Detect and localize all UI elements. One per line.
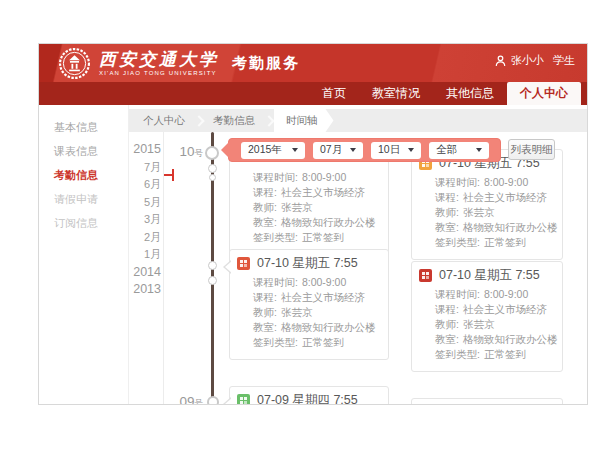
breadcrumb-timeline[interactable]: 时间轴	[274, 109, 334, 132]
tab-other-info[interactable]: 其他信息	[433, 82, 507, 105]
attendance-card: 07-10 星期五 7:55 课程时间:8:00-9:00 课程:社会主义市场经…	[229, 249, 389, 360]
timeline: 2015 7月 6月 5月 3月 2月 1月 2014 2013 10号 09号	[129, 132, 587, 405]
university-name-zh: 西安交通大学	[99, 51, 219, 68]
field-value: 格物致知行政办公楼	[281, 321, 376, 333]
field-value: 8:00-9:00	[484, 288, 528, 300]
field-value: 社会主义市场经济	[281, 186, 365, 198]
year-dropdown-value: 2015年	[248, 143, 282, 157]
app-header: 西安交通大学 XI'AN JIAO TONG UNIVERSITY 考勤服务 张…	[39, 44, 587, 82]
timeline-nav-2013[interactable]: 2013	[133, 281, 161, 299]
field-value: 格物致知行政办公楼	[281, 216, 376, 228]
tab-home[interactable]: 首页	[309, 82, 359, 105]
university-seal-logo	[58, 47, 91, 80]
timeline-node	[208, 261, 217, 270]
chevron-right-icon	[263, 115, 274, 126]
breadcrumb-personal-center[interactable]: 个人中心	[134, 109, 194, 132]
day-dropdown-value: 10日	[378, 143, 400, 157]
timeline-node	[207, 396, 219, 405]
timeline-node	[208, 164, 217, 173]
sidebar-item-basic-info[interactable]: 基本信息	[39, 115, 128, 139]
field-label: 教室:	[253, 216, 277, 228]
field-label: 课程时间:	[253, 276, 298, 288]
current-month-marker	[164, 174, 173, 176]
field-value: 8:00-9:00	[302, 276, 346, 288]
list-detail-button[interactable]: 列表明细	[508, 139, 555, 160]
timeline-nav-jun[interactable]: 6月	[144, 176, 161, 194]
field-label: 教师:	[435, 206, 459, 218]
user-role: 学生	[553, 53, 575, 68]
field-value: 正常签到	[302, 231, 344, 243]
field-label: 课程时间:	[435, 288, 480, 300]
main-panel: 个人中心 考勤信息 时间轴 2015 7月 6月 5月 3月 2月 1月 201…	[129, 105, 587, 405]
caret-down-icon	[292, 148, 298, 152]
university-name-en: XI'AN JIAO TONG UNIVERSITY	[99, 70, 219, 76]
university-name: 西安交通大学 XI'AN JIAO TONG UNIVERSITY	[99, 51, 219, 76]
month-dropdown[interactable]: 07月	[313, 142, 363, 159]
sidebar-item-subscription[interactable]: 订阅信息	[39, 211, 128, 235]
timeline-node	[209, 174, 216, 181]
field-label: 课程:	[253, 186, 277, 198]
card-pointer	[223, 260, 231, 274]
attendance-card: 07-09 星期四 7:55	[229, 386, 389, 405]
tab-personal-center[interactable]: 个人中心	[507, 82, 581, 105]
field-label: 签到类型:	[253, 336, 298, 348]
timeline-nav-2014[interactable]: 2014	[133, 264, 161, 282]
attendance-stamp-icon	[237, 394, 250, 406]
attendance-card-partial	[411, 398, 563, 405]
chevron-right-icon	[193, 115, 204, 126]
app-window: 西安交通大学 XI'AN JIAO TONG UNIVERSITY 考勤服务 张…	[38, 43, 588, 405]
field-label: 教师:	[253, 201, 277, 213]
sidebar-item-leave-request[interactable]: 请假申请	[39, 187, 128, 211]
timeline-nav-mar[interactable]: 3月	[144, 211, 161, 229]
month-dropdown-value: 07月	[320, 143, 342, 157]
main-nav: 首页 教室情况 其他信息 个人中心	[39, 82, 587, 105]
breadcrumb-attendance[interactable]: 考勤信息	[204, 109, 264, 132]
field-value: 正常签到	[302, 336, 344, 348]
timeline-nav: 2015 7月 6月 5月 3月 2月 1月 2014 2013	[129, 141, 161, 299]
user-icon	[495, 55, 506, 67]
caret-down-icon	[408, 148, 414, 152]
attendance-card: 07-10 星期五 7:55 课程时间:8:00-9:00 课程:社会主义市场经…	[411, 149, 563, 260]
caret-down-icon	[476, 148, 482, 152]
timeline-nav-2015[interactable]: 2015	[133, 141, 161, 159]
timeline-node	[205, 146, 219, 160]
timeline-nav-jan[interactable]: 1月	[144, 246, 161, 264]
sidebar-item-attendance[interactable]: 考勤信息	[39, 163, 128, 187]
category-dropdown[interactable]: 全部	[429, 142, 489, 159]
card-date-title: 07-09 星期四 7:55	[257, 392, 358, 406]
field-value: 8:00-9:00	[302, 171, 346, 183]
user-profile[interactable]: 张小小 学生	[495, 53, 575, 68]
tab-classrooms[interactable]: 教室情况	[359, 82, 433, 105]
year-dropdown[interactable]: 2015年	[241, 142, 305, 159]
field-value: 格物致知行政办公楼	[463, 221, 558, 233]
attendance-stamp-icon	[237, 257, 250, 270]
day-dropdown[interactable]: 10日	[371, 142, 421, 159]
timeline-nav-may[interactable]: 5月	[144, 194, 161, 212]
day-marker-10: 10号	[169, 142, 203, 160]
field-label: 教师:	[435, 318, 459, 330]
card-date-title: 07-10 星期五 7:55	[257, 255, 358, 272]
day-marker-09: 09号	[169, 392, 203, 405]
timeline-nav-jul[interactable]: 7月	[144, 159, 161, 177]
timeline-node	[208, 276, 217, 285]
field-value: 张芸京	[281, 306, 313, 318]
card-pointer	[223, 397, 231, 405]
category-dropdown-value: 全部	[436, 143, 457, 157]
timeline-nav-feb[interactable]: 2月	[144, 229, 161, 247]
filter-bar-pointer	[221, 142, 229, 158]
field-value: 张芸京	[463, 206, 495, 218]
field-label: 教室:	[435, 221, 459, 233]
page-title: 考勤服务	[232, 54, 300, 73]
field-value: 社会主义市场经济	[281, 291, 365, 303]
attendance-card: 07-10 星期五 7:55 课程时间:8:00-9:00 课程:社会主义市场经…	[411, 261, 563, 372]
field-label: 教室:	[435, 333, 459, 345]
field-label: 签到类型:	[435, 348, 480, 360]
field-label: 课程:	[253, 291, 277, 303]
field-label: 课程时间:	[435, 176, 480, 188]
field-label: 课程:	[435, 303, 459, 315]
filter-bar: 2015年 07月 10日 全部	[228, 138, 501, 162]
caret-down-icon	[350, 148, 356, 152]
sidebar-item-timetable[interactable]: 课表信息	[39, 139, 128, 163]
breadcrumb: 个人中心 考勤信息 时间轴	[129, 109, 587, 132]
card-date-title: 07-10 星期五 7:55	[439, 267, 540, 284]
